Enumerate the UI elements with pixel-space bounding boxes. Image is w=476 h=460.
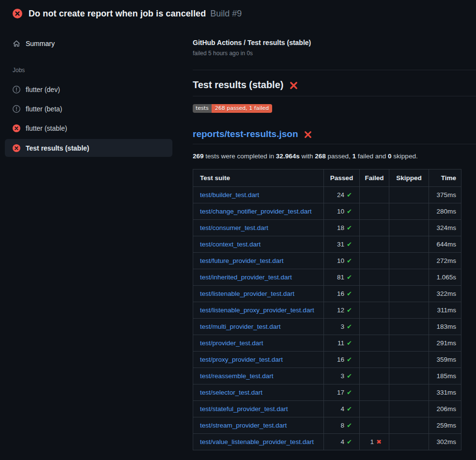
passed-cell: 8✔	[324, 417, 360, 434]
passed-count: 31	[337, 241, 344, 248]
passed-count: 4	[341, 438, 345, 445]
x-circle-icon	[13, 124, 20, 132]
passed-cell: 3✔	[324, 368, 360, 384]
check-icon: ✔	[347, 241, 352, 248]
section-title-text: Test results (stable)	[193, 79, 283, 91]
skipped-cell	[389, 368, 429, 384]
test-suite-cell: test/inherited_provider_test.dart	[193, 269, 324, 286]
failed-cell	[360, 384, 389, 401]
test-suite-cell: test/builder_test.dart	[193, 187, 324, 203]
check-icon: ✔	[347, 224, 352, 231]
passed-count: 11	[338, 339, 344, 347]
test-suite-link[interactable]: test/proxy_provider_test.dart	[200, 356, 283, 363]
check-icon: ✔	[347, 307, 352, 314]
failed-cell	[360, 286, 389, 302]
test-suite-cell: test/context_test.dart	[193, 236, 324, 253]
passed-count: 81	[337, 274, 344, 281]
table-row: test/reassemble_test.dart3✔185ms	[193, 368, 461, 384]
check-icon: ✔	[347, 290, 352, 297]
time-cell: 331ms	[429, 384, 461, 401]
summary-segment: skipped.	[392, 153, 418, 160]
passed-count: 3	[341, 323, 345, 330]
test-suite-link[interactable]: test/reassemble_test.dart	[200, 372, 274, 380]
passed-count: 24	[337, 191, 344, 199]
test-suite-link[interactable]: test/builder_test.dart	[200, 191, 259, 199]
sidebar-item-label: Summary	[26, 40, 55, 47]
passed-cell: 17✔	[324, 384, 360, 401]
results-table: Test suitePassedFailedSkippedTime test/b…	[193, 169, 461, 450]
sidebar-item-flutter-beta[interactable]: flutter (beta)	[5, 99, 172, 119]
test-suite-cell: test/stateful_provider_test.dart	[193, 401, 324, 417]
table-row: test/stateful_provider_test.dart4✔206ms	[193, 401, 461, 417]
sidebar-item-flutter-stable[interactable]: flutter (stable)	[5, 119, 172, 138]
time-cell: 322ms	[429, 286, 461, 302]
table-row: test/provider_test.dart11✔291ms	[193, 335, 461, 352]
test-suite-link[interactable]: test/consumer_test.dart	[200, 224, 268, 231]
check-icon: ✔	[347, 372, 352, 380]
test-suite-cell: test/stream_provider_test.dart	[193, 417, 324, 434]
test-suite-link[interactable]: test/listenable_proxy_provider_test.dart	[200, 307, 314, 314]
x-mark-icon	[289, 81, 298, 90]
test-suite-link[interactable]: test/multi_provider_test.dart	[200, 323, 281, 330]
test-suite-link[interactable]: test/future_provider_test.dart	[200, 257, 284, 264]
check-icon: ✔	[347, 208, 352, 215]
check-icon: ✔	[347, 191, 352, 199]
test-suite-link[interactable]: test/stream_provider_test.dart	[200, 422, 287, 429]
passed-cell: 3✔	[324, 319, 360, 335]
test-suite-link[interactable]: test/value_listenable_provider_test.dart	[200, 438, 314, 445]
passed-count: 17	[337, 389, 344, 396]
check-run-page: Do not create report when job is cancell…	[0, 0, 476, 460]
summary-segment: 269	[193, 153, 204, 160]
passed-count: 16	[337, 356, 344, 363]
x-circle-icon	[13, 144, 20, 152]
time-cell: 644ms	[429, 236, 461, 253]
table-row: test/builder_test.dart24✔375ms	[193, 187, 461, 203]
test-suite-link[interactable]: test/inherited_provider_test.dart	[200, 274, 292, 281]
sidebar-item-summary[interactable]: Summary	[5, 34, 172, 53]
time-cell: 291ms	[429, 335, 461, 352]
column-header-failed: Failed	[360, 169, 389, 187]
summary-segment: 268	[315, 153, 326, 160]
time-cell: 183ms	[429, 319, 461, 335]
passed-cell: 4✔	[324, 401, 360, 417]
time-cell: 280ms	[429, 203, 461, 220]
test-suite-link[interactable]: test/stateful_provider_test.dart	[200, 405, 288, 413]
test-suite-link[interactable]: test/context_test.dart	[200, 241, 261, 248]
test-suite-cell: test/selector_test.dart	[193, 384, 324, 401]
failed-cell	[360, 236, 389, 253]
sidebar-item-flutter-dev[interactable]: flutter (dev)	[5, 80, 172, 99]
tests-badge: tests 268 passed, 1 failed	[193, 104, 272, 113]
summary-segment: 32.964s	[276, 153, 300, 160]
sidebar-item-label: flutter (beta)	[26, 105, 62, 113]
results-table-body: test/builder_test.dart24✔375mstest/chang…	[193, 187, 461, 450]
report-title[interactable]: reports/test-results.json	[193, 129, 476, 144]
passed-cell: 4✔	[324, 434, 360, 450]
table-row: test/selector_test.dart17✔331ms	[193, 384, 461, 401]
passed-count: 10	[337, 208, 344, 215]
test-suite-link[interactable]: test/listenable_provider_test.dart	[200, 290, 294, 297]
failed-cell	[360, 335, 389, 352]
table-row: test/listenable_provider_test.dart16✔322…	[193, 286, 461, 302]
test-suite-link[interactable]: test/change_notifier_provider_test.dart	[200, 208, 311, 215]
failed-cell	[360, 302, 389, 319]
test-suite-link[interactable]: test/provider_test.dart	[200, 339, 263, 347]
table-row: test/multi_provider_test.dart3✔183ms	[193, 319, 461, 335]
skipped-cell	[389, 434, 429, 450]
test-suite-cell: test/listenable_proxy_provider_test.dart	[193, 302, 324, 319]
skipped-cell	[389, 236, 429, 253]
x-mark-icon	[304, 130, 312, 139]
passed-cell: 81✔	[324, 269, 360, 286]
check-icon: ✔	[347, 323, 352, 330]
table-row: test/future_provider_test.dart10✔272ms	[193, 253, 461, 269]
failed-cell	[360, 401, 389, 417]
section-title: Test results (stable)	[193, 79, 476, 96]
sidebar-item-test-results-stable[interactable]: Test results (stable)	[5, 139, 172, 157]
test-suite-link[interactable]: test/selector_test.dart	[200, 389, 262, 396]
sidebar-item-label: flutter (stable)	[26, 124, 67, 132]
skipped-cell	[389, 286, 429, 302]
summary-segment: 1	[353, 153, 356, 160]
skipped-cell	[389, 384, 429, 401]
summary-segment: 0	[388, 153, 392, 160]
failed-cell	[360, 368, 389, 384]
breadcrumb: GitHub Actions / Test results (stable)	[193, 39, 476, 46]
